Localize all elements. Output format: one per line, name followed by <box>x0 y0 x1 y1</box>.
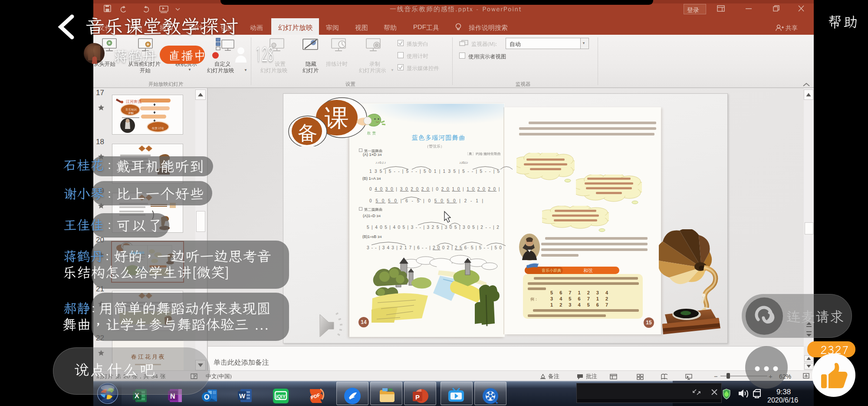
svg-text:O: O <box>204 393 209 401</box>
svg-text:W: W <box>239 392 246 399</box>
svg-text:iQIY: iQIY <box>276 394 286 399</box>
svg-text:P: P <box>415 393 420 401</box>
